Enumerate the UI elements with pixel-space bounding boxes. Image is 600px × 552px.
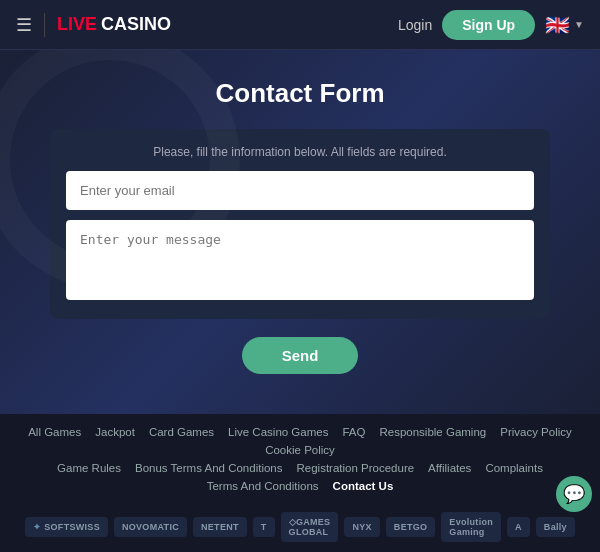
footer-link-affiliates[interactable]: Affiliates	[428, 462, 471, 474]
login-button[interactable]: Login	[398, 17, 432, 33]
chat-bubble[interactable]: 💬	[556, 476, 592, 512]
footer-nav: All Games Jackpot Card Games Live Casino…	[0, 414, 600, 504]
language-selector[interactable]: 🇬🇧 ▼	[545, 13, 584, 37]
footer-link-card-games[interactable]: Card Games	[149, 426, 214, 438]
chevron-down-icon: ▼	[574, 19, 584, 30]
footer-link-terms-conditions[interactable]: Terms And Conditions	[207, 480, 319, 492]
footer-link-game-rules[interactable]: Game Rules	[57, 462, 121, 474]
footer-link-all-games[interactable]: All Games	[28, 426, 81, 438]
send-button-wrap: Send	[20, 337, 580, 394]
footer-link-live-casino-games[interactable]: Live Casino Games	[228, 426, 328, 438]
contact-form-section: Contact Form Please, fill the informatio…	[0, 50, 600, 414]
logo-casino: CASINO	[101, 14, 171, 35]
provider-logo-evolution: EvolutionGaming	[441, 512, 501, 542]
provider-logo-games-global: ◇GAMESGLOBAL	[281, 512, 339, 542]
footer-link-cookie-policy[interactable]: Cookie Policy	[265, 444, 335, 456]
page-title: Contact Form	[20, 78, 580, 109]
footer-link-privacy-policy[interactable]: Privacy Policy	[500, 426, 572, 438]
header: ☰ LIVE CASINO Login Sign Up 🇬🇧 ▼	[0, 0, 600, 50]
form-notice: Please, fill the information below. All …	[66, 145, 534, 159]
header-divider	[44, 13, 45, 37]
chat-icon: 💬	[563, 483, 585, 505]
provider-logo-bally: Bally	[536, 517, 575, 537]
footer-links-row2: Game Rules Bonus Terms And Conditions Re…	[10, 462, 590, 492]
provider-logo-nyx: NYX	[344, 517, 379, 537]
footer-link-jackpot[interactable]: Jackpot	[95, 426, 135, 438]
message-field[interactable]	[66, 220, 534, 300]
provider-logo-netent: NETENT	[193, 517, 247, 537]
provider-logo-novomatic: NOVOMATIC	[114, 517, 187, 537]
footer-link-complaints[interactable]: Complaints	[485, 462, 543, 474]
email-field[interactable]	[66, 171, 534, 210]
provider-logos-row1: ✦ SOFTSWISS NOVOMATIC NETENT T ◇GAMESGLO…	[0, 504, 600, 550]
footer-link-responsible-gaming[interactable]: Responsible Gaming	[379, 426, 486, 438]
form-container: Please, fill the information below. All …	[50, 129, 550, 319]
footer-link-contact-us[interactable]: Contact Us	[333, 480, 394, 492]
menu-icon[interactable]: ☰	[16, 14, 32, 36]
signup-button[interactable]: Sign Up	[442, 10, 535, 40]
logo-live: LIVE	[57, 14, 97, 35]
logo: LIVE CASINO	[57, 14, 171, 35]
header-actions: Login Sign Up 🇬🇧 ▼	[398, 10, 584, 40]
flag-icon: 🇬🇧	[545, 13, 570, 37]
provider-logo-tomhorn: T	[253, 517, 275, 537]
footer-links-row1: All Games Jackpot Card Games Live Casino…	[10, 426, 590, 456]
send-button[interactable]: Send	[242, 337, 359, 374]
provider-logo-softswiss: ✦ SOFTSWISS	[25, 517, 108, 537]
provider-logo-amatic: A	[507, 517, 530, 537]
footer-link-bonus-terms[interactable]: Bonus Terms And Conditions	[135, 462, 282, 474]
provider-logo-betgo: BETGO	[386, 517, 436, 537]
footer-link-faq[interactable]: FAQ	[342, 426, 365, 438]
footer-link-registration-procedure[interactable]: Registration Procedure	[296, 462, 414, 474]
